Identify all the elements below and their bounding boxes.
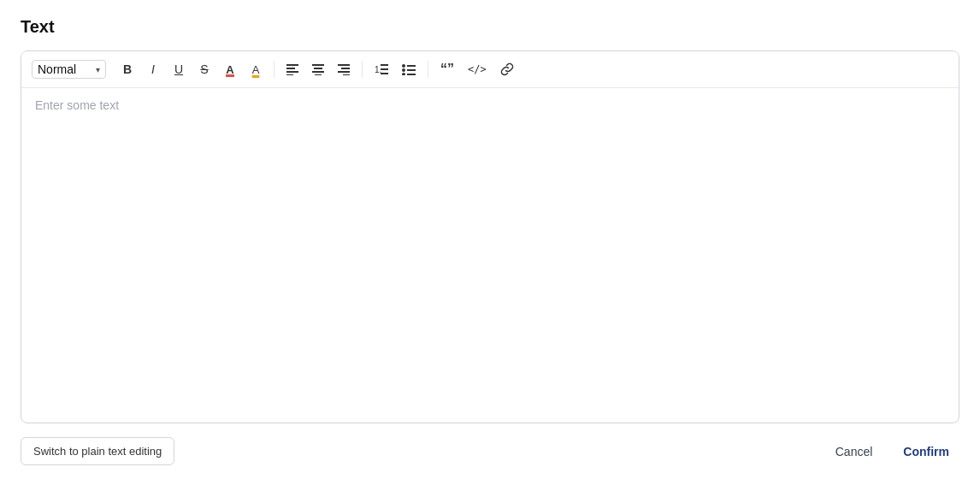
unordered-list-button[interactable] <box>397 58 421 80</box>
highlight-button[interactable]: A <box>245 58 267 80</box>
code-button[interactable]: </> <box>463 58 492 80</box>
paragraph-style-select-wrapper[interactable]: Normal Heading 1 Heading 2 Heading 3 Hea… <box>32 60 106 79</box>
svg-rect-1 <box>286 68 295 69</box>
editor-placeholder: Enter some text <box>35 98 119 112</box>
unordered-list-icon <box>402 63 416 75</box>
align-center-button[interactable] <box>307 58 329 80</box>
align-left-button[interactable] <box>281 58 304 80</box>
svg-rect-9 <box>341 68 350 69</box>
font-color-button[interactable]: A <box>219 58 241 80</box>
separator-2 <box>362 61 363 78</box>
svg-rect-21 <box>407 74 416 75</box>
editor-container: Normal Heading 1 Heading 2 Heading 3 Hea… <box>21 50 959 423</box>
svg-rect-5 <box>314 68 322 69</box>
chevron-down-icon: ▾ <box>96 65 100 74</box>
svg-rect-10 <box>338 71 350 73</box>
svg-point-17 <box>402 68 405 72</box>
editor-body[interactable]: Enter some text <box>21 88 959 423</box>
underline-button[interactable]: U <box>168 58 190 80</box>
ordered-list-button[interactable]: 1. <box>369 58 393 80</box>
svg-rect-3 <box>286 74 293 75</box>
align-left-icon <box>286 63 298 75</box>
font-color-icon: A <box>226 63 233 76</box>
svg-rect-8 <box>338 64 350 66</box>
svg-rect-20 <box>407 69 416 71</box>
align-center-icon <box>312 63 324 75</box>
page-title: Text <box>21 17 959 37</box>
svg-rect-4 <box>312 64 324 66</box>
align-right-button[interactable] <box>333 58 355 80</box>
svg-rect-0 <box>286 64 298 66</box>
link-button[interactable] <box>495 58 519 80</box>
switch-to-plain-text-button[interactable]: Switch to plain text editing <box>21 437 174 465</box>
svg-rect-15 <box>381 73 388 74</box>
svg-point-18 <box>402 73 405 75</box>
bold-button[interactable]: B <box>116 58 139 80</box>
svg-rect-14 <box>381 68 388 70</box>
action-buttons: Cancel Confirm <box>825 438 959 465</box>
link-icon <box>500 62 514 76</box>
separator-1 <box>274 61 275 78</box>
highlight-icon: A <box>252 63 260 76</box>
svg-point-16 <box>402 64 405 68</box>
confirm-button[interactable]: Confirm <box>893 438 959 465</box>
align-right-icon <box>338 63 350 75</box>
toolbar: Normal Heading 1 Heading 2 Heading 3 Hea… <box>21 51 959 88</box>
svg-rect-7 <box>315 74 322 75</box>
italic-button[interactable]: I <box>142 58 164 80</box>
svg-rect-13 <box>381 64 388 66</box>
svg-rect-2 <box>286 71 298 73</box>
cancel-button[interactable]: Cancel <box>825 438 883 465</box>
strikethrough-button[interactable]: S <box>193 58 215 80</box>
svg-rect-6 <box>312 71 324 73</box>
svg-rect-19 <box>407 65 416 67</box>
ordered-list-icon: 1. <box>375 63 388 75</box>
blockquote-button[interactable]: “” <box>435 58 459 80</box>
separator-3 <box>428 61 428 78</box>
bottom-bar: Switch to plain text editing Cancel Conf… <box>21 423 959 479</box>
svg-rect-11 <box>343 74 350 75</box>
paragraph-style-select[interactable]: Normal Heading 1 Heading 2 Heading 3 Hea… <box>38 62 92 76</box>
